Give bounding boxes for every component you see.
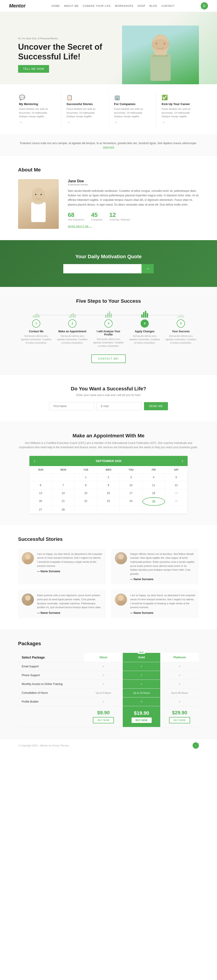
- pkg-row-email: Email Support ✓ ✓ ✓: [18, 662, 199, 671]
- calendar-cell[interactable]: 8: [75, 481, 97, 489]
- cta-form-inputs: SEND ME: [18, 402, 199, 410]
- footer-cta[interactable]: ↑: [193, 742, 199, 749]
- calendar-cell[interactable]: 24: [120, 497, 142, 506]
- cal-day-tue: TUE: [75, 468, 97, 471]
- cta-email-input[interactable]: [97, 402, 142, 410]
- calendar-cell[interactable]: 18: [142, 489, 165, 497]
- calendar-cell[interactable]: 9: [97, 481, 120, 489]
- calendar-cell[interactable]: 16: [97, 489, 120, 497]
- banner-read-more[interactable]: read more: [103, 146, 114, 148]
- service-companies-link[interactable]: →: [114, 120, 118, 124]
- nav-home[interactable]: Home: [51, 5, 60, 7]
- nav-contact[interactable]: Contact: [161, 5, 175, 7]
- calendar-cell[interactable]: 6: [29, 481, 52, 489]
- calendar-cell[interactable]: 27: [29, 506, 52, 514]
- pkg-silver-buy-button[interactable]: BUY NOW: [93, 717, 114, 723]
- packages-section: Packages Select Package Silver Best Gold…: [0, 629, 217, 738]
- cta-submit-button[interactable]: SEND ME: [144, 402, 168, 410]
- cta-section: Do You Want a Successful Life? Enter you…: [0, 374, 217, 422]
- step-5-num: 5: [177, 320, 185, 328]
- nav-change[interactable]: Change Your Life: [83, 5, 111, 7]
- calendar-cell[interactable]: 7: [52, 481, 75, 489]
- calendar-cell[interactable]: 4: [142, 474, 165, 481]
- calendar-cell[interactable]: 20: [29, 497, 52, 506]
- calendar-cell[interactable]: 19: [165, 489, 188, 497]
- stories-icon: 📋: [67, 95, 103, 100]
- calendar-cell[interactable]: 15: [75, 489, 97, 497]
- stories-section: Successful Stories I am so happy, my dea…: [0, 525, 217, 629]
- calendar-cell[interactable]: 10: [120, 481, 142, 489]
- calendar-cell[interactable]: 3: [120, 474, 142, 481]
- pkg-gold-buy-button[interactable]: BUY NOW: [132, 718, 152, 723]
- pkg-platinum-buy-button[interactable]: BUY NOW: [169, 717, 190, 723]
- pkg-feature-hours: Consultation of Hours: [18, 688, 84, 697]
- calendar-cell[interactable]: 28: [52, 506, 75, 514]
- calendar-cell[interactable]: 2: [97, 474, 120, 481]
- stat-comp-num: 45: [91, 212, 103, 218]
- motivation-search: →: [63, 264, 154, 274]
- about-more-link[interactable]: MORE ABOUT ME →: [68, 225, 92, 228]
- step-5-desc: Sed iaculis ultrices arcu egestas consec…: [165, 334, 197, 345]
- calendar-cell[interactable]: 26: [165, 497, 188, 506]
- story-text: Etiam pulvinar odio a sem dignissim, pur…: [37, 593, 102, 609]
- story-avatar-svg: [22, 593, 34, 606]
- nav-shop[interactable]: Shop: [137, 5, 145, 7]
- hero-pre-text: Hi, I'm Jane Doe, A Personal Mentor: [18, 37, 108, 40]
- story-name: — Name Surname: [37, 611, 102, 614]
- nav-about[interactable]: About Me: [64, 5, 79, 7]
- packages-table: Select Package Silver Best Gold Platinum…: [18, 653, 199, 727]
- pkg-silver-price: $9.90: [88, 710, 119, 716]
- nav-blog[interactable]: Blog: [149, 5, 157, 7]
- about-title: About Me: [18, 167, 199, 173]
- calendar-cell[interactable]: 12: [165, 481, 188, 489]
- service-mentoring: 💬 My Mentoring Fusce facilisis nec ante …: [14, 91, 61, 128]
- hero-cta-button[interactable]: TELL ME HOW: [18, 65, 49, 73]
- pkg-feature-phone: Phone Support: [18, 671, 84, 679]
- calendar-cell[interactable]: 13: [29, 489, 52, 497]
- story-avatar: [22, 552, 34, 564]
- pkg-row-training: Monthly Access to Online Training ✗ ✓ ✓: [18, 679, 199, 688]
- calendar-cell[interactable]: 11: [142, 481, 165, 489]
- motivation-search-button[interactable]: →: [142, 264, 154, 274]
- calendar-cell[interactable]: 23: [97, 497, 120, 506]
- calendar-cell[interactable]: 14: [52, 489, 75, 497]
- stat-coaching: 12 Coaching / Webinars: [109, 212, 131, 221]
- step-3-desc: Sed iaculis ultrices arcu egestas consec…: [93, 337, 124, 348]
- pkg-platinum-phone: ✓: [160, 671, 199, 679]
- about-inner: Jane Doe A personal mentor Nam iaculis b…: [18, 179, 199, 229]
- pkg-silver-email: ✓: [84, 662, 123, 671]
- step-2-chart: [69, 311, 76, 318]
- pkg-gold-phone: ✓: [123, 671, 160, 679]
- footer-copyright: © Copyright 2020 – Mentor by Ocean Theme…: [18, 744, 70, 747]
- pkg-gold-profile: ✗: [123, 697, 160, 706]
- calendar-cell[interactable]: 21: [52, 497, 75, 506]
- contact-me-button[interactable]: CONTACT ME!: [91, 355, 126, 363]
- pkg-silver-phone: ✗: [84, 671, 123, 679]
- story-content: I am so happy, my dear friend, as absorb…: [130, 593, 195, 614]
- pkg-feature-profile: Profile Builder: [18, 697, 84, 706]
- about-text: Nam iaculis blandit sollicitudin vestibu…: [68, 189, 199, 207]
- calendar-cell[interactable]: 5: [165, 474, 188, 481]
- calendar-cell: [97, 506, 120, 514]
- pkg-platinum-email: ✓: [160, 662, 199, 671]
- service-career-link[interactable]: →: [162, 120, 165, 124]
- nav-cta-button[interactable]: ☰: [201, 2, 208, 10]
- pkg-feature-email: Email Support: [18, 662, 84, 671]
- calendar-cell[interactable]: 17: [120, 489, 142, 497]
- service-career-title: Kick Up Your Career: [162, 102, 198, 106]
- pkg-gold-price-cell: $19.90 BUY NOW: [123, 706, 160, 727]
- pkg-silver-profile: ✗: [84, 697, 123, 706]
- calendar-cell[interactable]: 1: [75, 474, 97, 481]
- calendar-cell[interactable]: 22: [75, 497, 97, 506]
- cal-day-thu: THU: [120, 468, 142, 471]
- service-stories: 📋 Successful Stories Fusce facilisis nec…: [61, 91, 108, 128]
- motivation-input[interactable]: [63, 264, 142, 274]
- calendar-prev-button[interactable]: ‹: [34, 458, 35, 463]
- calendar-cell[interactable]: 25: [142, 497, 165, 506]
- service-mentoring-link[interactable]: →: [19, 120, 22, 124]
- service-stories-link[interactable]: →: [67, 120, 70, 124]
- calendar-next-button[interactable]: ›: [182, 458, 183, 463]
- nav-workshops[interactable]: Workshops: [115, 5, 133, 7]
- cta-name-input[interactable]: [49, 402, 94, 410]
- motivation-title: Your Daily Motivation Quote: [18, 254, 199, 259]
